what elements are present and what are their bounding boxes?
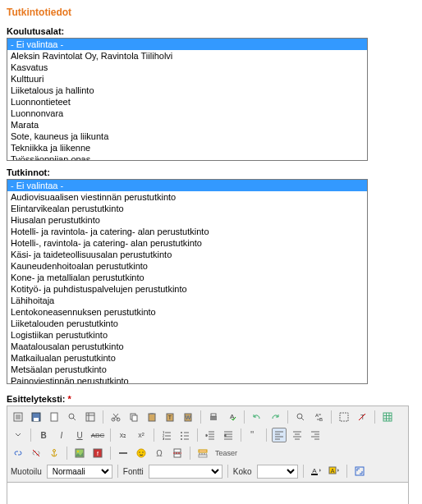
spellcheck-icon[interactable]: A xyxy=(224,410,239,424)
align-left-icon[interactable] xyxy=(272,428,287,442)
paste-word-icon[interactable]: W xyxy=(181,410,195,424)
svg-rect-5 xyxy=(86,413,94,421)
list-item[interactable]: Työssäoppijan opas xyxy=(7,153,367,161)
svg-rect-11 xyxy=(150,413,154,415)
select-all-icon[interactable] xyxy=(337,410,351,424)
templates-icon[interactable] xyxy=(83,410,98,424)
list-item[interactable]: Painoviestinnän perustutkinto xyxy=(7,375,367,384)
quote-icon[interactable]: " xyxy=(246,428,261,442)
separator xyxy=(190,447,190,460)
list-item[interactable]: Liiketalous ja hallinto xyxy=(7,85,367,96)
undo-icon[interactable] xyxy=(250,410,264,424)
list-item[interactable]: Logistiikan perustutkinto xyxy=(7,329,367,341)
strike-button[interactable]: ABC xyxy=(90,428,105,442)
special-char-icon[interactable]: Ω xyxy=(152,446,167,460)
table-icon[interactable] xyxy=(380,410,395,424)
list-item[interactable]: Metsäalan perustutkinto xyxy=(7,364,367,375)
list-item[interactable]: - Ei valintaa - xyxy=(7,180,367,191)
format-select[interactable]: Normaali xyxy=(47,465,112,479)
list-item[interactable]: Lähihoitaja xyxy=(7,295,367,306)
smiley-icon[interactable] xyxy=(134,446,149,460)
esittely-label: Esittelyteksti: * xyxy=(7,394,409,404)
list-item[interactable]: Luonnontieteet xyxy=(7,96,367,108)
list-item[interactable]: Hotelli-, ravintola- ja catering- alan p… xyxy=(7,237,367,249)
list-item[interactable]: Matkailualan perustutkinto xyxy=(7,352,367,364)
maximize-icon[interactable] xyxy=(352,464,367,479)
list-item[interactable]: Kasvatus xyxy=(7,62,367,73)
anchor-icon[interactable] xyxy=(47,446,62,460)
list-item[interactable]: Luonnonvara xyxy=(7,108,367,119)
editor-toolbar: T W A AB T B I U ABC x₂ x² 12 xyxy=(7,405,409,483)
teaser-icon[interactable] xyxy=(195,446,210,460)
redo-icon[interactable] xyxy=(268,410,282,424)
separator xyxy=(197,428,198,442)
list-item[interactable]: Aleksin Ravintolat Oy, Ravintola Tiiliho… xyxy=(7,50,367,62)
cut-icon[interactable] xyxy=(108,410,123,424)
bullet-list-icon[interactable] xyxy=(177,428,192,442)
font-label: Fontti xyxy=(123,467,144,476)
chevron-down-icon[interactable] xyxy=(11,428,25,442)
text-color-icon[interactable]: A xyxy=(309,464,323,479)
tutkinnot-listbox[interactable]: - Ei valintaa -Audiovisuaalisen viestinn… xyxy=(7,179,368,384)
hr-icon[interactable] xyxy=(116,446,131,460)
koulutusalat-listbox[interactable]: - Ei valintaa -Aleksin Ravintolat Oy, Ra… xyxy=(7,38,368,161)
italic-button[interactable]: I xyxy=(54,428,69,442)
list-item[interactable]: Lentokoneasennuksen perustutkinto xyxy=(7,306,367,318)
outdent-icon[interactable] xyxy=(203,428,218,442)
bg-color-icon[interactable]: A xyxy=(327,464,342,479)
unlink-icon[interactable] xyxy=(29,446,44,460)
underline-button[interactable]: U xyxy=(72,428,87,442)
list-item[interactable]: Kauneudenhoitoalan perustutkinto xyxy=(7,260,367,272)
bold-button[interactable]: B xyxy=(36,428,51,442)
print-icon[interactable] xyxy=(206,410,221,424)
subscript-button[interactable]: x₂ xyxy=(116,428,131,442)
svg-rect-16 xyxy=(210,416,217,420)
list-item[interactable]: Sote, kauneus ja liikunta xyxy=(7,131,367,142)
preview-icon[interactable] xyxy=(65,410,80,424)
list-item[interactable]: Elintarvikealan perustutkinto xyxy=(7,203,367,214)
svg-rect-43 xyxy=(199,450,207,452)
list-item[interactable]: Kulttuuri xyxy=(7,73,367,85)
align-center-icon[interactable] xyxy=(290,428,305,442)
numbered-list-icon[interactable]: 123 xyxy=(159,428,174,442)
svg-point-39 xyxy=(142,451,143,452)
svg-rect-2 xyxy=(34,418,39,421)
list-item[interactable]: Tekniikka ja liikenne xyxy=(7,142,367,153)
separator xyxy=(266,428,267,442)
list-item[interactable]: Hotelli- ja ravintola- ja catering- alan… xyxy=(7,226,367,237)
new-page-icon[interactable] xyxy=(47,410,62,424)
list-item[interactable]: Kone- ja metallialan perustutkinto xyxy=(7,272,367,283)
remove-format-icon[interactable]: T xyxy=(355,410,369,424)
svg-rect-3 xyxy=(51,413,57,421)
find-icon[interactable] xyxy=(293,410,308,424)
format-label: Muotoilu xyxy=(11,467,42,476)
list-item[interactable]: Kotityö- ja puhdistuspalvelujen perustut… xyxy=(7,283,367,295)
list-item[interactable]: Hiusalan perustutkinto xyxy=(7,214,367,226)
svg-point-38 xyxy=(139,451,140,452)
paste-icon[interactable] xyxy=(144,410,159,424)
flash-icon[interactable]: f xyxy=(90,446,105,460)
source-icon[interactable] xyxy=(11,410,25,424)
align-right-icon[interactable] xyxy=(308,428,323,442)
font-select[interactable] xyxy=(149,465,222,479)
link-icon[interactable] xyxy=(11,446,25,460)
copy-icon[interactable] xyxy=(126,410,141,424)
list-item[interactable]: Käsi- ja taideteollisuusalan perustutkin… xyxy=(7,249,367,260)
paste-text-icon[interactable]: T xyxy=(163,410,177,424)
replace-icon[interactable]: AB xyxy=(311,410,326,424)
superscript-button[interactable]: x² xyxy=(134,428,149,442)
indent-icon[interactable] xyxy=(221,428,236,442)
separator xyxy=(67,447,67,460)
list-item[interactable]: Maatalousalan perustutkinto xyxy=(7,341,367,352)
list-item[interactable]: Liiketalouden perustutkinto xyxy=(7,318,367,329)
page-break-icon[interactable] xyxy=(170,446,185,460)
size-select[interactable] xyxy=(257,465,298,479)
image-icon[interactable] xyxy=(72,446,87,460)
list-item[interactable]: Audiovisuaalisen viestinnän perustutkint… xyxy=(7,191,367,203)
list-item[interactable]: - Ei valintaa - xyxy=(7,39,367,50)
editor-body[interactable] xyxy=(7,483,409,504)
list-item[interactable]: Marata xyxy=(7,119,367,131)
save-icon[interactable] xyxy=(29,410,44,424)
svg-rect-41 xyxy=(174,449,181,452)
separator xyxy=(227,465,228,478)
